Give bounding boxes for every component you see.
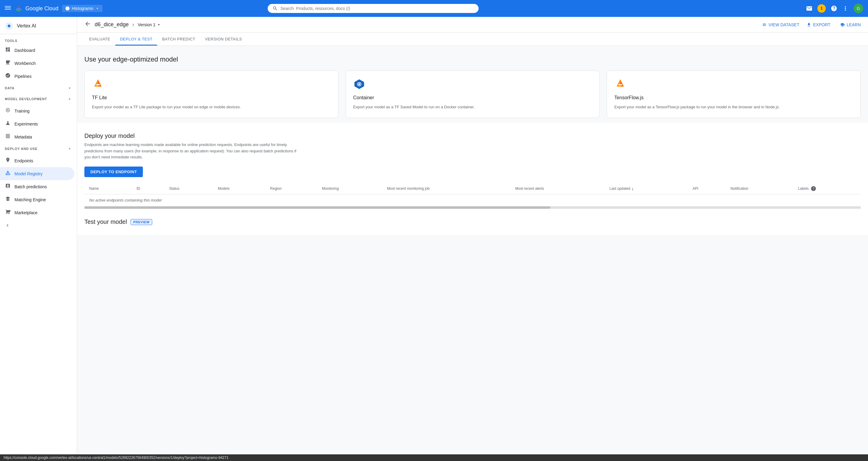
user-avatar[interactable]: G [854,4,863,13]
endpoints-table: Name ID Status Models Region Monitoring … [84,183,861,206]
sidebar-item-metadata-label: Metadata [14,135,32,139]
google-cloud-logo: Google Cloud [14,4,59,13]
col-models: Models [213,183,265,194]
sidebar-item-model-registry-label: Model Registry [14,171,42,176]
batch-predictions-icon [5,183,11,190]
model-dev-section-toggle[interactable]: MODEL DEVELOPMENT [0,93,77,105]
sidebar-item-endpoints[interactable]: Endpoints [0,154,74,167]
sidebar-item-dashboard[interactable]: Dashboard [0,44,74,57]
view-dataset-btn[interactable]: VIEW DATASET [762,22,799,27]
matching-engine-icon [5,196,11,203]
container-card[interactable]: Container Export your model as a TF Save… [346,70,600,118]
col-notification: Notification [726,183,793,194]
test-model-section: Test your model PREVIEW [84,219,861,225]
col-name: Name [84,183,132,194]
svg-rect-11 [618,84,622,85]
breadcrumb-separator: › [132,22,134,28]
sidebar-item-batch-predictions-label: Batch predictions [14,184,47,189]
col-api: API [688,183,726,194]
tfjs-card-desc: Export your model as a TensorFlow.js pac… [614,104,853,110]
sidebar-item-endpoints-label: Endpoints [14,159,33,163]
sidebar-collapse-btn[interactable] [0,219,77,233]
col-monitoring: Monitoring [317,183,382,194]
sidebar-item-training[interactable]: Training [0,105,74,117]
svg-rect-2 [5,9,11,10]
sidebar-item-workbench-label: Workbench [14,61,36,66]
deploy-to-endpoint-button[interactable]: DEPLOY TO ENDPOINT [84,167,143,177]
search-bar[interactable] [268,4,478,13]
top-navigation: Google Cloud Histogramo 1 G [0,0,868,17]
data-section-toggle[interactable]: DATA [0,83,77,93]
back-button[interactable] [84,21,91,29]
edge-model-title: Use your edge-optimized model [84,56,861,63]
tfjs-card-title: TensorFlow.js [614,95,853,100]
sidebar-item-batch-predictions[interactable]: Batch predictions [0,180,74,193]
sidebar-item-experiments-label: Experiments [14,122,38,126]
col-recent-alerts: Most recent alerts [510,183,604,194]
sidebar-item-marketplace[interactable]: Marketplace [0,206,74,219]
no-data-row: No active endpoints containing this mode… [84,194,861,206]
dashboard-icon [5,47,11,54]
sidebar-item-matching-engine-label: Matching Engine [14,197,46,202]
tab-evaluate[interactable]: EVALUATE [84,33,115,46]
notification-badge[interactable]: 1 [817,4,826,13]
sidebar-item-metadata[interactable]: Metadata [0,130,74,143]
sidebar-item-dashboard-label: Dashboard [14,48,35,53]
sort-desc-icon: ↓ [631,186,633,191]
svg-rect-8 [96,84,100,85]
tab-deploy-test[interactable]: DEPLOY & TEST [115,33,157,46]
breadcrumb-model-name: d6_dice_edge [95,22,129,28]
tools-section-label: TOOLS [0,34,77,44]
export-btn[interactable]: EXPORT [807,22,830,27]
version-selector[interactable]: Version 1 [138,22,161,27]
labels-help-icon[interactable]: ? [811,186,816,191]
search-input[interactable] [280,6,474,11]
tflite-card-title: TF Lite [92,95,331,100]
tfjs-icon [614,78,626,90]
project-name: Histogramo [72,6,93,11]
tflite-card-desc: Export your model as a TF Lite package t… [92,104,331,110]
help-icon[interactable] [831,5,837,12]
col-last-updated[interactable]: Last updated ↓ [604,183,688,194]
menu-icon[interactable] [5,5,11,12]
svg-point-6 [7,110,9,111]
sidebar-title: Vertex AI [17,23,36,29]
container-icon [353,78,365,90]
table-scrollbar-thumb[interactable] [84,206,550,209]
sidebar-item-workbench[interactable]: Workbench [0,57,74,70]
status-bar: https://console.cloud.google.com/vertex-… [0,454,868,461]
tab-version-details[interactable]: VERSION DETAILS [200,33,247,46]
container-card-title: Container [353,95,592,100]
sidebar-item-matching-engine[interactable]: Matching Engine [0,193,74,206]
tab-batch-predict[interactable]: BATCH PREDICT [157,33,200,46]
marketplace-icon [5,209,11,216]
sidebar-item-pipelines-label: Pipelines [14,74,32,79]
svg-rect-0 [5,6,11,7]
more-icon[interactable] [842,5,849,12]
endpoints-icon [5,157,11,164]
learn-btn[interactable]: LEARN [840,22,861,27]
test-model-heading: Test your model PREVIEW [84,219,861,225]
tflite-card[interactable]: TF Lite Export your model as a TF Lite p… [84,70,338,118]
page-tabs: EVALUATE DEPLOY & TEST BATCH PREDICT VER… [77,33,868,46]
table-header-row: Name ID Status Models Region Monitoring … [84,183,861,194]
page-header-actions: VIEW DATASET EXPORT LEARN [762,22,861,27]
export-cards-grid: TF Lite Export your model as a TF Lite p… [84,70,861,118]
support-icon[interactable] [806,5,812,12]
sidebar-item-pipelines[interactable]: Pipelines [0,70,74,83]
deploy-section-toggle[interactable]: DEPLOY AND USE [0,143,77,154]
project-selector[interactable]: Histogramo [62,5,102,12]
sidebar-item-model-registry[interactable]: Model Registry [0,167,74,180]
sidebar-item-experiments[interactable]: Experiments [0,117,74,130]
endpoints-table-container: Name ID Status Models Region Monitoring … [84,183,861,209]
main-content: d6_dice_edge › Version 1 VIEW DATASET EX… [77,17,868,461]
col-id: ID [132,183,164,194]
tfjs-card[interactable]: TensorFlow.js Export your model as a Ten… [607,70,861,118]
col-labels: Labels ? [793,183,861,194]
table-scrollbar-track[interactable] [84,206,861,209]
col-status: Status [164,183,213,194]
metadata-icon [5,133,11,140]
no-data-cell: No active endpoints containing this mode… [84,194,861,206]
experiments-icon [5,120,11,127]
tflite-icon [92,78,104,90]
